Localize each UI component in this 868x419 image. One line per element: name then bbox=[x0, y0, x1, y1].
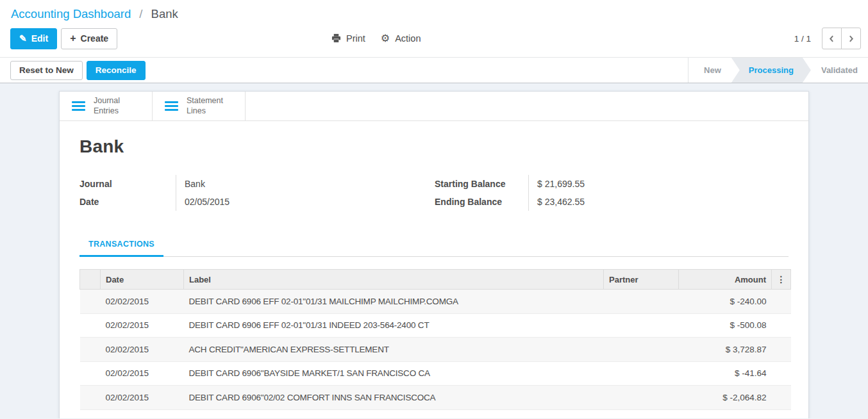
row-date-cell[interactable]: 02/02/2015 bbox=[101, 386, 184, 410]
row-label-cell[interactable]: ACH CREDIT"AMERICAN EXPRESS-SETTLEMENT bbox=[184, 338, 604, 362]
table-row[interactable]: 02/02/2015 DEBIT CARD 6906"02/02 COMFORT… bbox=[80, 386, 791, 410]
row-amount-cell[interactable]: $ -500.08 bbox=[679, 313, 772, 338]
row-handle-cell bbox=[80, 409, 101, 418]
field-groups: Journal Bank Date 02/05/2015 Starting Ba… bbox=[79, 175, 789, 211]
action-button[interactable]: ⚙ Action bbox=[381, 28, 421, 49]
pager-next-button[interactable] bbox=[841, 28, 861, 49]
row-handle-cell bbox=[80, 361, 101, 386]
row-date-cell[interactable]: 02/02/2015 bbox=[101, 338, 184, 362]
journal-entries-label: Journal Entries bbox=[94, 96, 120, 116]
reset-to-new-button[interactable]: Reset to New bbox=[10, 61, 83, 80]
row-handle-cell bbox=[80, 386, 101, 410]
statement-lines-button[interactable]: Statement Lines bbox=[153, 92, 246, 120]
status-step-new[interactable]: New bbox=[694, 58, 731, 83]
action-button-label: Action bbox=[395, 33, 421, 44]
row-amount-cell[interactable]: $ -41.64 bbox=[679, 361, 772, 386]
printer-icon bbox=[331, 33, 341, 43]
edit-button[interactable]: ✎ Edit bbox=[10, 28, 57, 49]
stat-button-row: Journal Entries Statement Lines bbox=[60, 92, 808, 121]
row-partner-cell[interactable] bbox=[604, 409, 679, 418]
edit-button-label: Edit bbox=[31, 33, 48, 44]
statement-lines-icon bbox=[165, 101, 178, 111]
column-header-partner[interactable]: Partner bbox=[604, 270, 679, 290]
row-label-cell[interactable]: DEBIT CARD 6906 EFF 02-01"01/31 INDEED 2… bbox=[184, 313, 604, 338]
column-header-handle bbox=[80, 270, 101, 290]
column-header-amount[interactable]: Amount bbox=[679, 270, 772, 290]
column-header-date[interactable]: Date bbox=[101, 270, 184, 290]
row-label-cell[interactable]: ACH CREDIT"CHECKFELUID INC - 017015 bbox=[184, 409, 604, 418]
journal-field-value: Bank bbox=[176, 175, 435, 193]
chevron-right-icon bbox=[847, 35, 855, 42]
statement-lines-label: Statement Lines bbox=[187, 96, 223, 116]
print-button[interactable]: Print bbox=[331, 28, 365, 49]
row-partner-cell[interactable] bbox=[604, 338, 679, 362]
table-row[interactable]: 02/02/2015 ACH CREDIT"AMERICAN EXPRESS-S… bbox=[80, 338, 791, 362]
optional-columns-button[interactable]: ⋮ bbox=[772, 270, 791, 290]
row-amount-cell[interactable]: $ -240.00 bbox=[679, 290, 772, 314]
kebab-icon: ⋮ bbox=[777, 274, 786, 284]
row-extra-cell bbox=[772, 290, 791, 314]
notebook-tabs: TRANSACTIONS bbox=[79, 238, 789, 257]
status-step-processing[interactable]: Processing bbox=[731, 58, 811, 83]
breadcrumb-parent-link[interactable]: Accounting Dashboard bbox=[11, 7, 131, 21]
row-label-cell[interactable]: DEBIT CARD 6906 EFF 02-01"01/31 MAILCHIM… bbox=[184, 290, 604, 314]
date-field-value: 02/05/2015 bbox=[176, 193, 435, 211]
starting-balance-value: $ 21,699.55 bbox=[528, 175, 585, 193]
row-extra-cell bbox=[772, 386, 791, 410]
breadcrumb-current: Bank bbox=[151, 7, 178, 21]
row-partner-cell[interactable] bbox=[604, 386, 679, 410]
control-panel: Accounting Dashboard / Bank ✎ Edit + Cre… bbox=[0, 0, 868, 58]
transactions-tbody: 02/02/2015 DEBIT CARD 6906 EFF 02-01"01/… bbox=[80, 290, 791, 418]
table-row[interactable]: 02/02/2015 DEBIT CARD 6906"BAYSIDE MARKE… bbox=[80, 361, 791, 386]
row-partner-cell[interactable] bbox=[604, 361, 679, 386]
page-title: Bank bbox=[79, 136, 789, 157]
create-button[interactable]: + Create bbox=[61, 28, 117, 49]
date-field-label: Date bbox=[79, 193, 176, 211]
journal-field-label: Journal bbox=[79, 175, 176, 193]
breadcrumb-separator: / bbox=[139, 7, 142, 21]
pencil-icon: ✎ bbox=[19, 33, 27, 44]
row-handle-cell bbox=[80, 338, 101, 362]
row-label-cell[interactable]: DEBIT CARD 6906"02/02 COMFORT INNS SAN F… bbox=[184, 386, 604, 410]
journal-entries-icon bbox=[72, 101, 85, 111]
row-extra-cell bbox=[772, 361, 791, 386]
table-row[interactable]: 02/02/2015 DEBIT CARD 6906 EFF 02-01"01/… bbox=[80, 290, 791, 314]
plus-icon: + bbox=[70, 33, 76, 44]
row-date-cell[interactable]: 02/02/2015 bbox=[101, 361, 184, 386]
row-label-cell[interactable]: DEBIT CARD 6906"BAYSIDE MARKET/1 SAN FRA… bbox=[184, 361, 604, 386]
row-extra-cell bbox=[772, 409, 791, 418]
gear-icon: ⚙ bbox=[381, 33, 390, 44]
row-partner-cell[interactable] bbox=[604, 313, 679, 338]
transactions-table: Date Label Partner Amount ⋮ 02/02/2015 D… bbox=[79, 269, 791, 418]
breadcrumb: Accounting Dashboard / Bank bbox=[0, 0, 868, 21]
reconcile-button[interactable]: Reconcile bbox=[87, 61, 146, 80]
ending-balance-label: Ending Balance bbox=[435, 193, 528, 211]
tab-transactions[interactable]: TRANSACTIONS bbox=[79, 240, 163, 257]
row-handle-cell bbox=[80, 290, 101, 314]
row-extra-cell bbox=[772, 338, 791, 362]
row-partner-cell[interactable] bbox=[604, 290, 679, 314]
row-amount-cell[interactable]: $ -2,064.82 bbox=[679, 386, 772, 410]
row-amount-cell[interactable]: $ 3,728.87 bbox=[679, 338, 772, 362]
table-row[interactable]: 02/03/2015 ACH CREDIT"CHECKFELUID INC - … bbox=[80, 409, 791, 418]
form-sheet: Journal Entries Statement Lines Bank Jou… bbox=[59, 91, 809, 418]
starting-balance-label: Starting Balance bbox=[435, 175, 528, 193]
status-widget: New Processing Validated bbox=[688, 58, 868, 83]
chevron-left-icon bbox=[828, 35, 835, 42]
row-handle-cell bbox=[80, 313, 101, 338]
form-view-content: Journal Entries Statement Lines Bank Jou… bbox=[0, 83, 868, 418]
row-extra-cell bbox=[772, 313, 791, 338]
row-date-cell[interactable]: 02/03/2015 bbox=[101, 409, 184, 418]
row-date-cell[interactable]: 02/02/2015 bbox=[101, 313, 184, 338]
create-button-label: Create bbox=[81, 33, 109, 44]
column-header-label[interactable]: Label bbox=[184, 270, 604, 290]
status-step-validated[interactable]: Validated bbox=[811, 58, 868, 83]
statusbar: Reset to New Reconcile New Processing Va… bbox=[0, 58, 868, 83]
row-amount-cell[interactable]: $ 2,500.00 bbox=[679, 409, 772, 418]
print-button-label: Print bbox=[346, 33, 365, 44]
journal-entries-button[interactable]: Journal Entries bbox=[60, 92, 153, 120]
row-date-cell[interactable]: 02/02/2015 bbox=[101, 290, 184, 314]
pager: 1 / 1 bbox=[794, 28, 861, 49]
table-row[interactable]: 02/02/2015 DEBIT CARD 6906 EFF 02-01"01/… bbox=[80, 313, 791, 338]
pager-previous-button[interactable] bbox=[822, 28, 842, 49]
